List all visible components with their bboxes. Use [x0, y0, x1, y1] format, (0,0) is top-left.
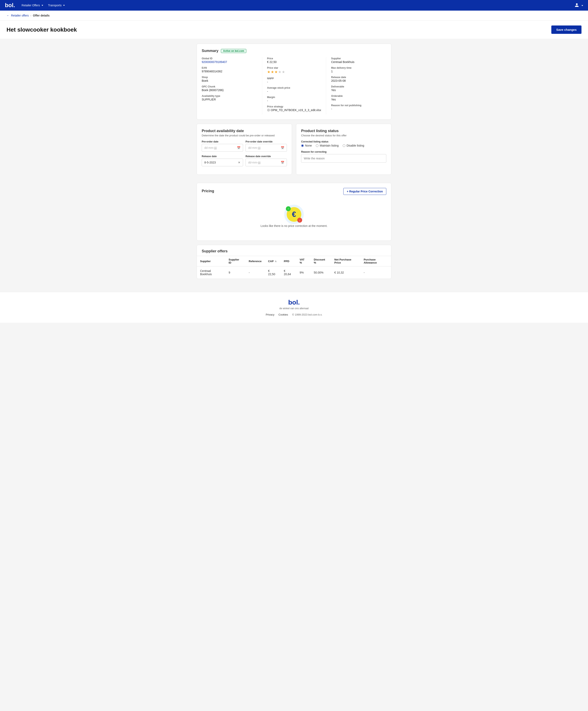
- pricing-header: Pricing + Regular Price Correction: [202, 188, 386, 195]
- retailer-offers-chevron-icon: [42, 5, 43, 6]
- supplier-offers-section: Supplier offers Supplier Supplier ID Ref…: [197, 245, 391, 279]
- privacy-link[interactable]: Privacy: [266, 313, 274, 316]
- save-changes-button[interactable]: Save changes: [551, 25, 582, 34]
- footer-logo: bol.: [3, 299, 585, 306]
- radio-none[interactable]: None: [301, 144, 312, 147]
- footer-copyright: © 1999-2023 bol.com b.v.: [292, 313, 322, 316]
- release-date-form-label: Release date: [202, 155, 243, 158]
- breadcrumb-parent[interactable]: Retailer offers: [11, 14, 29, 17]
- ean-label: EAN: [202, 66, 257, 69]
- release-override-input[interactable]: dd-mm-jjjj 📅: [246, 158, 287, 166]
- star-3: ★: [274, 70, 278, 74]
- navbar: bol. Retailer Offers Transports: [0, 0, 588, 10]
- radio-maintain[interactable]: Maintain listing: [316, 144, 339, 147]
- max-delivery-row: Max delivery time 1: [331, 66, 381, 73]
- cell-cap: € 22,50: [265, 266, 280, 279]
- summary-grid: Global ID 9200000079189407 EAN 978904831…: [202, 57, 386, 114]
- preorder-date-input[interactable]: dd-mm-jjjj 📅: [202, 144, 243, 152]
- reason-correcting-input[interactable]: [301, 154, 386, 163]
- main-content: Summary Active on bol.com Global ID 9200…: [190, 39, 398, 288]
- margin-label: Margin: [267, 96, 321, 99]
- gpc-value: Boek (80007266): [202, 88, 257, 92]
- cell-net-purchase-price: € 10,32: [331, 266, 360, 279]
- pricing-empty-message: Looks like there is no price correction …: [202, 224, 386, 228]
- footer-tagline: de winkel van ons allemaal: [3, 307, 585, 310]
- listing-status-card: Product listing status Choose the desire…: [296, 124, 391, 175]
- cell-supplier-id: 9: [225, 266, 246, 279]
- ean-value: 9789048314362: [202, 70, 257, 73]
- release-row: Release date 8-5-2023 ✕ Release date ove…: [202, 155, 287, 170]
- release-override-group: Release date override dd-mm-jjjj 📅: [246, 155, 287, 166]
- global-id-value[interactable]: 9200000079189407: [202, 60, 257, 64]
- col-supplier-id: Supplier ID: [225, 256, 246, 266]
- margin-value: -: [267, 99, 321, 102]
- shop-label: Shop: [202, 76, 257, 79]
- radio-none-label: None: [305, 144, 312, 147]
- col-purchase-allowance: Purchase Allowance: [360, 256, 391, 266]
- col-cap[interactable]: CAP ⇅: [265, 256, 280, 266]
- transports-chevron-icon: [63, 5, 65, 6]
- preorder-override-label: Pre-order date override: [246, 140, 287, 143]
- radio-disable[interactable]: Disable listing: [343, 144, 364, 147]
- cell-purchase-allowance: -: [360, 266, 391, 279]
- page-header: Het slowcooker kookboek Save changes: [0, 21, 588, 39]
- cookies-link[interactable]: Cookies: [278, 313, 288, 316]
- release-date-value: 2023-05-08: [331, 79, 381, 82]
- nav-retailer-offers[interactable]: Retailer Offers: [22, 4, 43, 7]
- margin-row: Margin -: [267, 96, 321, 102]
- brand-logo[interactable]: bol.: [5, 2, 15, 8]
- breadcrumb-current: Offer details: [33, 14, 50, 17]
- star-2: ★: [271, 70, 274, 74]
- release-date-group: Release date 8-5-2023 ✕: [202, 155, 243, 166]
- star-5: ★: [282, 70, 285, 74]
- cell-ppd: € 20,64: [280, 266, 296, 279]
- pricing-icon-wrapper: € ↑ ↓: [287, 207, 301, 222]
- summary-col-1: Global ID 9200000079189407 EAN 978904831…: [202, 57, 262, 114]
- release-date-clear-icon[interactable]: ✕: [238, 161, 241, 164]
- radio-maintain-input[interactable]: [316, 144, 318, 147]
- availability-type-value: SUPPLIER: [202, 98, 257, 101]
- radio-none-input[interactable]: [301, 144, 304, 147]
- price-star-label: Price star: [267, 66, 321, 69]
- price-star-row: Price star ★ ★ ★ ★ ★: [267, 66, 321, 74]
- availability-card: Product availability date Determine the …: [197, 124, 292, 175]
- supplier-label: Supplier: [331, 57, 381, 60]
- corrected-listing-group: Corrected listing status None Maintain l…: [301, 140, 386, 147]
- add-price-correction-button[interactable]: + Regular Price Correction: [343, 188, 386, 195]
- ean-row: EAN 9789048314362: [202, 66, 257, 73]
- star-1: ★: [267, 70, 270, 74]
- col-ppd: PPD: [280, 256, 296, 266]
- deliverable-label: Deliverable: [331, 85, 381, 88]
- price-value: € 22,50: [267, 60, 321, 64]
- supplier-offers-thead: Supplier Supplier ID Reference CAP ⇅ PPD…: [197, 256, 391, 266]
- corrected-listing-label: Corrected listing status: [301, 140, 386, 143]
- price-strategy-row: Price strategy i OPM_TD_INTBOEK_v19_3_3_…: [267, 105, 321, 112]
- footer: bol. de winkel van ons allemaal Privacy …: [0, 292, 588, 323]
- avg-stock-value: -: [267, 90, 321, 93]
- nav-right: [574, 3, 583, 8]
- avg-stock-label: Average stock price: [267, 86, 321, 89]
- user-icon[interactable]: [574, 3, 579, 8]
- footer-links: Privacy Cookies © 1999-2023 bol.com b.v.: [3, 313, 585, 316]
- arrow-down-icon: ↓: [297, 218, 302, 222]
- radio-disable-input[interactable]: [343, 144, 345, 147]
- reason-not-publishing-value: -: [331, 107, 381, 110]
- nnpp-row: NNPP -: [267, 77, 321, 84]
- listing-status-title: Product listing status: [301, 129, 386, 133]
- breadcrumb: ← Retailer offers › Offer details: [0, 10, 588, 21]
- preorder-row: Pre-order date dd-mm-jjjj 📅 Pre-order da…: [202, 140, 287, 155]
- release-override-label: Release date override: [246, 155, 287, 158]
- nav-transports[interactable]: Transports: [48, 4, 65, 7]
- account-chevron-icon[interactable]: [581, 4, 583, 7]
- supplier-value: Centraal Boekhuis: [331, 60, 381, 64]
- back-button[interactable]: ←: [6, 14, 9, 17]
- preorder-override-group: Pre-order date override dd-mm-jjjj 📅: [246, 140, 287, 152]
- release-date-input[interactable]: 8-5-2023 ✕: [202, 158, 243, 166]
- summary-title: Summary: [202, 49, 219, 53]
- availability-subtitle: Determine the date the product could be …: [202, 134, 287, 137]
- orderable-label: Orderable: [331, 94, 381, 98]
- deliverable-value: Yes: [331, 88, 381, 92]
- col-discount: Discount %: [311, 256, 331, 266]
- supplier-row: Supplier Centraal Boekhuis: [331, 57, 381, 64]
- preorder-override-input[interactable]: dd-mm-jjjj 📅: [246, 144, 287, 152]
